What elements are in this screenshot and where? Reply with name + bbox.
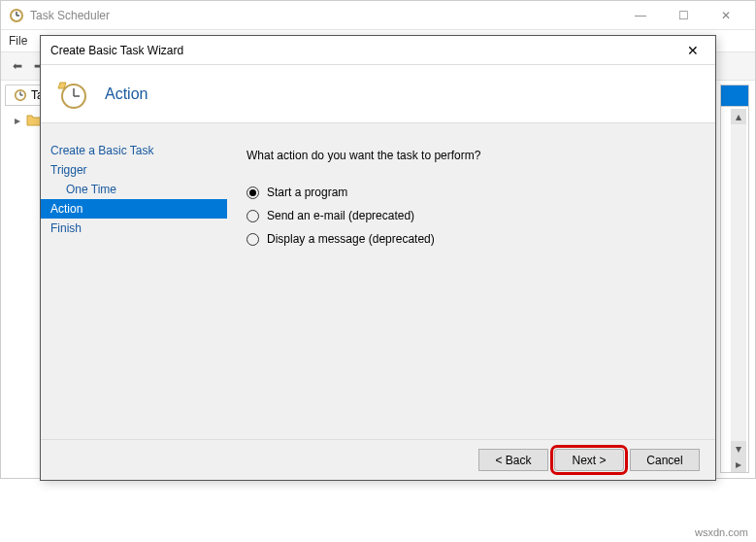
- actions-pane-header: [721, 85, 748, 107]
- close-button[interactable]: ✕: [705, 2, 747, 29]
- radio-label: Display a message (deprecated): [267, 232, 435, 246]
- wizard-body: Create a Basic Task Trigger One Time Act…: [41, 123, 715, 439]
- wizard-header-icon: [54, 77, 89, 112]
- wizard-sidebar: Create a Basic Task Trigger One Time Act…: [41, 123, 227, 439]
- maximize-button[interactable]: ☐: [662, 2, 705, 29]
- radio-icon: [247, 210, 259, 222]
- minimize-button[interactable]: —: [619, 2, 662, 29]
- cancel-button[interactable]: Cancel: [630, 449, 700, 471]
- step-finish[interactable]: Finish: [41, 219, 227, 238]
- window-controls: — ☐ ✕: [619, 2, 747, 29]
- wizard-footer: < Back Next > Cancel: [41, 439, 715, 480]
- wizard-heading: Action: [105, 85, 148, 103]
- step-trigger[interactable]: Trigger: [41, 160, 227, 180]
- tree-expander-icon[interactable]: ▸: [15, 114, 26, 127]
- step-create-basic-task[interactable]: Create a Basic Task: [41, 141, 227, 160]
- nav-back-icon[interactable]: ⬅: [7, 55, 28, 77]
- radio-send-email[interactable]: Send an e-mail (deprecated): [247, 209, 696, 222]
- wizard-prompt: What action do you want the task to perf…: [247, 149, 696, 162]
- app-clock-icon: [9, 8, 24, 23]
- watermark: wsxdn.com: [695, 526, 748, 538]
- vertical-scrollbar[interactable]: ▴ ▾: [731, 109, 746, 457]
- radio-icon: [247, 186, 259, 199]
- wizard-header: Action: [41, 65, 715, 123]
- wizard-close-button[interactable]: ✕: [680, 38, 706, 63]
- wizard-title: Create Basic Task Wizard: [50, 44, 680, 57]
- radio-label: Start a program: [267, 186, 347, 199]
- create-basic-task-wizard: Create Basic Task Wizard ✕ Action Create…: [40, 35, 716, 481]
- menu-file[interactable]: File: [9, 34, 27, 48]
- radio-icon: [247, 233, 259, 246]
- scroll-down-icon[interactable]: ▾: [731, 441, 746, 457]
- clock-icon: [14, 88, 27, 102]
- main-window-title: Task Scheduler: [30, 9, 619, 22]
- step-one-time[interactable]: One Time: [41, 180, 227, 199]
- back-button[interactable]: < Back: [478, 449, 548, 471]
- radio-start-program[interactable]: Start a program: [247, 186, 696, 199]
- scroll-right-icon[interactable]: ▸: [731, 457, 746, 472]
- main-title-bar: Task Scheduler — ☐ ✕: [1, 1, 755, 30]
- radio-label: Send an e-mail (deprecated): [267, 209, 414, 222]
- wizard-main: What action do you want the task to perf…: [227, 123, 715, 439]
- wizard-title-bar: Create Basic Task Wizard ✕: [41, 36, 715, 65]
- step-action[interactable]: Action: [41, 199, 227, 219]
- next-button[interactable]: Next >: [554, 449, 624, 471]
- scroll-up-icon[interactable]: ▴: [731, 109, 746, 124]
- actions-pane: ▴ ▾ ▸: [720, 85, 749, 473]
- radio-display-message[interactable]: Display a message (deprecated): [247, 232, 696, 246]
